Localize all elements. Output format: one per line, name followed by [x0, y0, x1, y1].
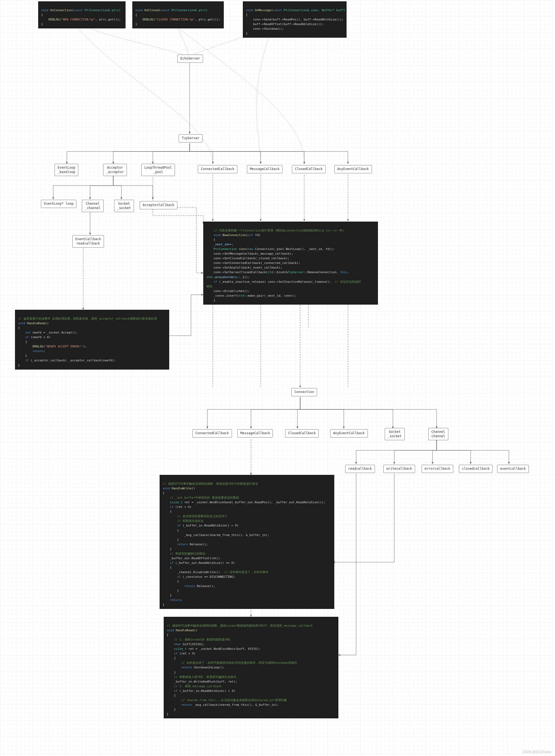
node-acceptor: Acceptor_acceptor: [103, 164, 127, 176]
node-conn-anyeventcallback: AnyEventCallback: [330, 429, 368, 437]
code-onmessage: void OnMessage(const PtrConnection& conn…: [243, 1, 346, 38]
node-eventloop-loop: EventLoop* loop: [41, 200, 76, 208]
node-tcpserver: TcpServer: [179, 134, 203, 142]
node-loopthreadpool: LoopThreadPool_pool: [141, 164, 175, 176]
node-socket: Socket_socket: [114, 200, 134, 212]
code-handleread-conn: // 描述符可读事件触发后调用的函数，接收socket数据放到接收缓冲区中，然后…: [164, 617, 338, 718]
node-errorcallback: errorcallback: [422, 465, 453, 473]
code-handleread-acceptor: // 监听套接字的读事件 回调处理回调，获取新连接，调用_acceptor_ca…: [15, 310, 169, 370]
node-readcallback: readcallback: [345, 465, 375, 473]
node-eventloop-baseloop: EventLoop_baseloop: [54, 164, 78, 176]
node-connection: Connection: [291, 388, 317, 396]
node-acceptorcallback: AcceptorCallback: [140, 201, 177, 209]
node-writecallback: writecallback: [383, 465, 415, 473]
node-echoserver: EchoServer: [177, 54, 203, 63]
code-onclosed: void OnClosed(const PtrConnection& ptrc)…: [132, 1, 224, 28]
node-channel: Channel_channel: [82, 200, 104, 212]
node-conn-messagecallback: MessageCallback: [238, 429, 273, 437]
code-onconnection: void OnConnection(const PtrConnection& p…: [38, 1, 126, 28]
node-eventcallback-leaf: eventcallback: [497, 465, 529, 473]
node-conn-connectedcallback: ConnectedCallback: [193, 429, 232, 437]
code-newconnection: // 为新连接构建一个Connection进行管理（每到达connection就…: [203, 222, 378, 304]
node-closedcallback: ClosedCallback: [292, 165, 326, 173]
node-anyeventcallback: AnyEventCallback: [334, 165, 372, 173]
node-conn-channel: Channelchannel: [428, 428, 448, 440]
node-conn-socket: Socket_socket: [385, 428, 404, 440]
node-messagecallback: MessageCallback: [247, 165, 283, 173]
code-handlewrite: // 描述符可写事件触发后调用的函数，将发送缓冲区中的数据进行发送 void H…: [160, 475, 334, 609]
node-conn-closedcallback: ClosedCallback: [285, 429, 319, 437]
node-eventcallback-read: EventCallbackreadcallback: [72, 235, 104, 248]
node-closedcallback-leaf: closedcallback: [459, 465, 493, 473]
node-connectedcallback: ConnectedCallback: [198, 165, 238, 173]
watermark: CSDN @2022horse: [522, 750, 551, 754]
